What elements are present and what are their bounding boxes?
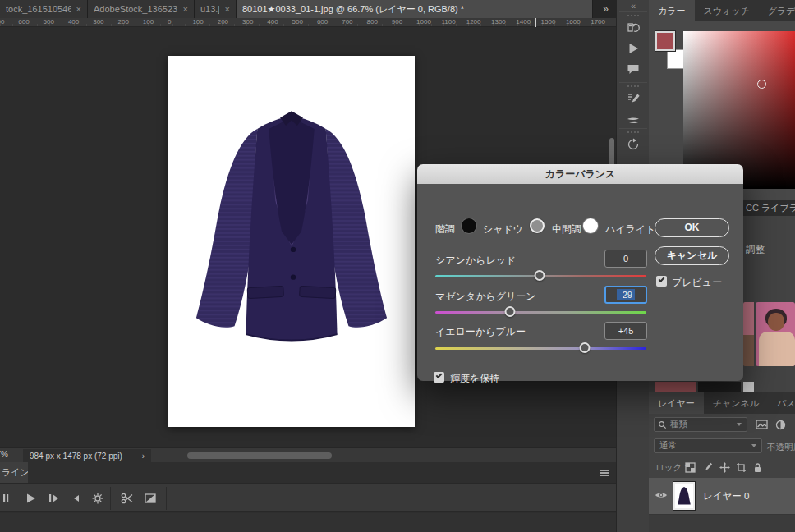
doc-tab-active[interactable]: 80101★0033_01-1.jpg @ 66.7% (レイヤー 0, RGB… xyxy=(237,0,593,18)
filter-by-image-icon[interactable] xyxy=(756,420,768,429)
timeline-settings-gear-icon[interactable] xyxy=(90,491,105,506)
layer-search-field[interactable]: 種類 xyxy=(654,417,747,432)
tab-channels[interactable]: チャンネル xyxy=(704,392,768,414)
transition-icon[interactable] xyxy=(143,491,158,506)
document-info[interactable]: 984 px x 1478 px (72 ppi) › xyxy=(23,449,151,462)
drag-grip[interactable] xyxy=(627,85,639,87)
magenta-green-slider-thumb[interactable] xyxy=(505,306,516,317)
vertical-scrollbar[interactable] xyxy=(609,138,614,167)
doc-tab-3[interactable]: u13.jpg × xyxy=(195,0,237,18)
adjustments-label: 調整 xyxy=(746,244,765,256)
tab-cc-libraries[interactable]: CC ライブラリ xyxy=(746,200,795,216)
horizontal-ruler: 7006005004003002001000100200300400500600… xyxy=(0,18,616,27)
panel-menu-icon[interactable] xyxy=(600,470,609,476)
yellow-blue-slider[interactable] xyxy=(435,347,646,350)
library-thumbnail-partial[interactable] xyxy=(655,382,696,392)
foreground-color-swatch[interactable] xyxy=(655,31,675,51)
layer-name[interactable]: レイヤー 0 xyxy=(703,478,749,514)
lock-transparency-icon[interactable] xyxy=(685,462,696,473)
close-icon[interactable]: × xyxy=(183,0,188,18)
preserve-luminosity-checkbox[interactable] xyxy=(434,372,444,383)
history-icon[interactable] xyxy=(623,18,643,38)
color-picker-cursor[interactable] xyxy=(757,80,766,89)
preview-checkbox[interactable] xyxy=(656,276,667,287)
preserve-luminosity-label[interactable]: 輝度を保持 xyxy=(450,372,499,386)
magenta-green-value: -29 xyxy=(617,289,635,300)
ruler-label: 1500 xyxy=(541,18,556,25)
audio-mute-button[interactable] xyxy=(69,491,84,506)
collapse-panels-chevron-icon[interactable]: « xyxy=(617,0,650,11)
tone-highlights-radio[interactable] xyxy=(583,218,598,233)
cyan-red-slider[interactable] xyxy=(435,275,646,277)
tab-timeline[interactable]: ライン xyxy=(0,462,28,483)
close-icon[interactable]: × xyxy=(225,0,230,18)
ruler-label: 1200 xyxy=(466,18,481,25)
tone-midtones-radio-selected[interactable] xyxy=(530,218,545,233)
layers-panel: レイヤー チャンネル パス 属性 種類 通 xyxy=(649,392,795,532)
magenta-green-slider[interactable] xyxy=(435,311,646,314)
cyan-red-value-field[interactable]: 0 xyxy=(604,250,647,268)
lock-pixels-brush-icon[interactable] xyxy=(703,462,714,473)
ruler-label: 300 xyxy=(242,18,253,25)
cyan-red-slider-thumb[interactable] xyxy=(535,270,545,281)
tone-highlights-label[interactable]: ハイライト xyxy=(605,222,655,236)
next-frame-button[interactable] xyxy=(46,491,61,506)
ruler-label: 600 xyxy=(317,18,328,25)
ruler-label: 100 xyxy=(143,18,154,25)
document-dimensions: 984 px x 1478 px (72 ppi) xyxy=(30,452,122,461)
tone-shadows-label[interactable]: シャドウ xyxy=(483,222,523,236)
portrait-sweater xyxy=(759,332,795,366)
layer-row-selected[interactable]: レイヤー 0 xyxy=(649,478,795,514)
status-expand-chevron-icon[interactable]: › xyxy=(142,452,145,461)
ruler-label: 200 xyxy=(218,18,228,25)
brush-settings-icon[interactable] xyxy=(623,89,643,108)
split-clip-scissors-icon[interactable] xyxy=(120,491,135,506)
yellow-blue-value-field[interactable]: +45 xyxy=(604,322,647,340)
first-frame-button[interactable] xyxy=(0,491,10,506)
layer-visibility-eye-icon[interactable] xyxy=(655,490,668,500)
drag-grip[interactable] xyxy=(627,15,639,16)
doc-tab-1[interactable]: tock_1615105464.jpeg × xyxy=(0,0,88,18)
color-balance-dialog[interactable]: カラーバランス 階調 シャドウ 中間調 ハイライト OK キャンセル シアンから… xyxy=(417,164,743,381)
chevron-down-icon[interactable] xyxy=(751,444,757,448)
tab-gradients[interactable]: グラデーション xyxy=(759,0,795,21)
layer-thumbnail[interactable] xyxy=(673,482,695,510)
brushes-icon[interactable] xyxy=(623,109,643,129)
document-canvas[interactable] xyxy=(168,56,415,427)
chevron-down-icon[interactable] xyxy=(737,423,742,427)
tone-midtones-label[interactable]: 中間調 xyxy=(552,222,581,236)
tab-overflow-chevron-icon[interactable]: » xyxy=(603,0,609,18)
strip-group-1 xyxy=(619,11,647,80)
ruler-label: 1000 xyxy=(416,18,431,25)
library-thumbnail-partial[interactable] xyxy=(743,382,754,392)
doc-tab-2[interactable]: AdobeStock_136523463.jpeg × xyxy=(88,0,195,18)
preview-label[interactable]: プレビュー xyxy=(672,276,722,290)
notes-comment-icon[interactable] xyxy=(623,59,643,79)
cancel-button[interactable]: キャンセル xyxy=(655,246,729,265)
library-thumbnail-partial[interactable] xyxy=(698,382,741,392)
play-button[interactable] xyxy=(23,491,38,506)
rotate-view-icon[interactable] xyxy=(623,135,643,154)
ok-button[interactable]: OK xyxy=(655,218,729,237)
zoom-level[interactable]: 66.67% xyxy=(0,450,8,461)
lock-all-icon[interactable] xyxy=(752,462,763,473)
magenta-green-value-field-focused[interactable]: -29 xyxy=(604,286,647,304)
blend-mode-select[interactable]: 通常 xyxy=(654,438,762,453)
lock-position-move-icon[interactable] xyxy=(719,462,730,473)
tab-color[interactable]: カラー xyxy=(649,0,695,21)
library-thumbnail-partial[interactable] xyxy=(743,302,754,366)
tab-paths[interactable]: パス xyxy=(768,392,795,414)
tab-swatches[interactable]: スウォッチ xyxy=(695,0,759,21)
tone-shadows-radio[interactable] xyxy=(462,218,476,233)
lock-artboard-icon[interactable] xyxy=(736,462,747,473)
yellow-blue-slider-thumb[interactable] xyxy=(580,342,591,353)
actions-play-icon[interactable] xyxy=(623,39,643,58)
filter-by-adjustment-icon[interactable] xyxy=(775,420,786,430)
library-thumbnail-portrait[interactable] xyxy=(756,302,795,366)
drag-grip[interactable] xyxy=(627,131,639,133)
tab-layers[interactable]: レイヤー xyxy=(649,392,704,414)
ruler-label: 900 xyxy=(392,18,402,25)
close-icon[interactable]: × xyxy=(76,0,81,18)
dialog-title[interactable]: カラーバランス xyxy=(417,164,743,184)
horizontal-scrollbar[interactable] xyxy=(187,452,332,459)
